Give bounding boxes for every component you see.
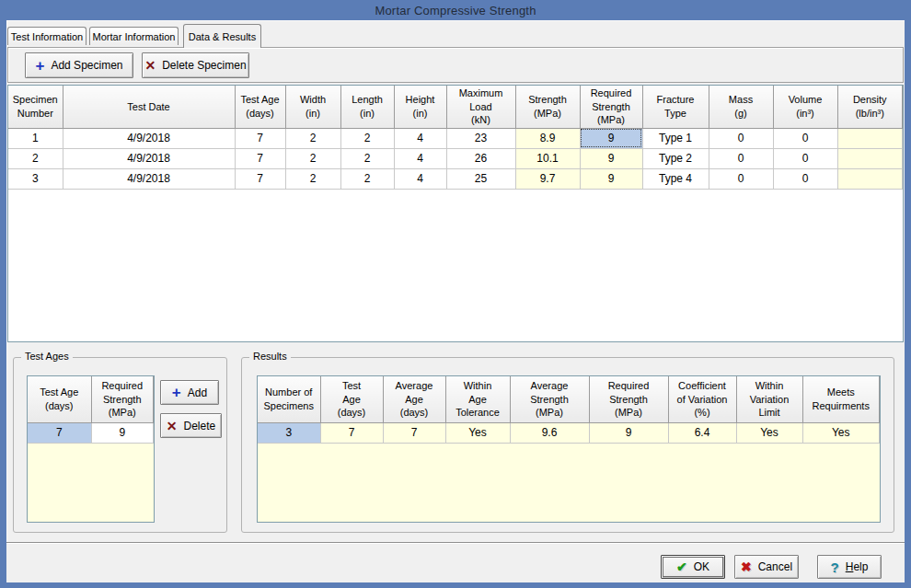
column-header[interactable]: Width (in) — [285, 86, 340, 128]
column-header[interactable]: Mass (g) — [709, 86, 773, 128]
column-header[interactable]: Specimen Number — [8, 86, 63, 128]
column-header[interactable]: Required Strength (MPa) — [589, 376, 668, 422]
column-header[interactable]: Density (lb/in³) — [837, 86, 903, 128]
grid-cell[interactable]: 3 — [258, 422, 320, 443]
grid-cell[interactable]: 4 — [394, 148, 446, 168]
ok-button[interactable]: ✔ OK — [661, 555, 725, 579]
grid-cell[interactable] — [837, 148, 903, 168]
grid-cell[interactable]: Type 2 — [642, 148, 709, 168]
grid-cell[interactable]: 9 — [580, 128, 642, 148]
grid-cell[interactable]: 2 — [285, 148, 340, 168]
column-header[interactable]: Coefficient of Variation (%) — [668, 376, 736, 422]
grid-cell[interactable]: 23 — [446, 128, 515, 148]
grid-cell[interactable]: 0 — [773, 168, 837, 189]
column-header[interactable]: Maximum Load (kN) — [446, 86, 515, 128]
column-header[interactable]: Meets Requirments — [802, 376, 880, 422]
table-row: 79 — [28, 422, 154, 443]
column-header[interactable]: Average Strength (MPa) — [510, 376, 589, 422]
grid-cell[interactable]: 0 — [773, 148, 837, 168]
plus-icon: + — [172, 385, 181, 400]
delete-test-age-button[interactable]: ✕ Delete — [160, 413, 222, 438]
grid-cell[interactable]: Yes — [736, 422, 802, 443]
table-row: 24/9/201872242610.19Type 200 — [8, 148, 903, 168]
grid-cell[interactable]: 10.1 — [515, 148, 580, 168]
column-header[interactable]: Fracture Type — [642, 86, 709, 128]
grid-cell[interactable]: 26 — [446, 148, 515, 168]
grid-cell[interactable]: Yes — [802, 422, 880, 443]
tab-mortar-information[interactable]: Mortar Information — [89, 27, 179, 45]
question-mark-icon: ? — [831, 560, 839, 574]
grid-cell[interactable]: 0 — [709, 168, 773, 189]
grid-cell[interactable]: 8.9 — [515, 128, 580, 148]
grid-cell[interactable]: 2 — [8, 148, 63, 168]
grid-cell[interactable]: 2 — [340, 168, 394, 189]
grid-cell[interactable]: 9 — [580, 148, 642, 168]
grid-cell[interactable] — [837, 168, 903, 189]
help-button[interactable]: ? Help — [817, 555, 882, 579]
tab-label: Data & Results — [189, 31, 256, 42]
tab-label: Mortar Information — [93, 31, 176, 42]
dialog-content: Test Information Mortar Information Data… — [6, 20, 905, 582]
column-header[interactable]: Strength (MPa) — [515, 86, 580, 128]
grid-cell[interactable]: 7 — [28, 422, 91, 443]
column-header[interactable]: Test Age (days) — [28, 376, 91, 422]
grid-cell[interactable]: 2 — [340, 128, 394, 148]
grid-cell[interactable]: 7 — [383, 422, 445, 443]
grid-cell[interactable]: 9.7 — [515, 168, 580, 189]
column-header[interactable]: Test Date — [63, 86, 235, 128]
delete-specimen-button[interactable]: ✕ Delete Specimen — [142, 52, 249, 78]
column-header[interactable]: Test Age (days) — [320, 376, 383, 422]
grid-cell[interactable]: 4 — [394, 168, 446, 189]
footer-bar: ✔ OK ✖ Cancel ? Help — [6, 542, 905, 582]
grid-cell[interactable]: 2 — [285, 168, 340, 189]
delete-specimen-label: Delete Specimen — [162, 59, 246, 72]
grid-cell[interactable]: 7 — [235, 128, 285, 148]
delete-test-age-label: Delete — [184, 420, 216, 432]
cancel-button[interactable]: ✖ Cancel — [734, 555, 799, 579]
grid-cell[interactable]: 6.4 — [668, 422, 736, 443]
grid-cell[interactable]: 9.6 — [510, 422, 589, 443]
column-header[interactable]: Length (in) — [340, 86, 394, 128]
grid-cell[interactable]: 7 — [235, 168, 285, 189]
grid-cell[interactable]: 3 — [8, 168, 63, 189]
grid-cell[interactable]: 0 — [709, 128, 773, 148]
grid-cell[interactable]: 0 — [773, 128, 837, 148]
grid-cell[interactable]: 4/9/2018 — [63, 168, 235, 189]
grid-cell[interactable]: Type 1 — [642, 128, 709, 148]
add-specimen-button[interactable]: + Add Specimen — [25, 52, 133, 78]
grid-cell[interactable]: 9 — [580, 168, 642, 189]
results-group-label: Results — [249, 351, 291, 362]
grid-cell[interactable]: 7 — [235, 148, 285, 168]
column-header[interactable]: Number of Specimens — [258, 376, 320, 422]
table-row: 377Yes9.696.4YesYes — [258, 422, 880, 443]
tab-test-information[interactable]: Test Information — [7, 27, 86, 45]
grid-cell[interactable] — [837, 128, 903, 148]
dialog-window: Mortar Compressive Strength Test Informa… — [0, 0, 911, 588]
grid-cell[interactable]: 4 — [394, 128, 446, 148]
grid-cell[interactable]: 2 — [285, 128, 340, 148]
grid-cell[interactable]: 4/9/2018 — [63, 128, 235, 148]
column-header[interactable]: Within Age Tolerance — [445, 376, 510, 422]
test-ages-table: Test Age (days)Required Strength (MPa) 7… — [28, 376, 154, 444]
grid-cell[interactable]: 0 — [709, 148, 773, 168]
grid-cell[interactable]: 25 — [446, 168, 515, 189]
grid-cell[interactable]: Type 4 — [642, 168, 709, 189]
column-header[interactable]: Required Strength (MPa) — [580, 86, 642, 128]
grid-cell[interactable]: Yes — [445, 422, 510, 443]
grid-cell[interactable]: 2 — [340, 148, 394, 168]
grid-cell[interactable]: 4/9/2018 — [63, 148, 235, 168]
grid-cell[interactable]: 7 — [320, 422, 383, 443]
grid-cell[interactable]: 1 — [8, 128, 63, 148]
column-header[interactable]: Volume (in³) — [773, 86, 837, 128]
check-icon: ✔ — [676, 560, 687, 573]
column-header[interactable]: Height (in) — [394, 86, 446, 128]
grid-cell[interactable]: 9 — [91, 422, 154, 443]
column-header[interactable]: Test Age (days) — [235, 86, 285, 128]
column-header[interactable]: Within Variation Limit — [736, 376, 802, 422]
table-row: 14/9/20187224238.99Type 100 — [8, 128, 903, 148]
column-header[interactable]: Required Strength (MPa) — [91, 376, 154, 422]
grid-cell[interactable]: 9 — [589, 422, 668, 443]
tab-data-results[interactable]: Data & Results — [183, 24, 261, 48]
column-header[interactable]: Average Age (days) — [383, 376, 445, 422]
add-test-age-button[interactable]: + Add — [160, 380, 219, 405]
